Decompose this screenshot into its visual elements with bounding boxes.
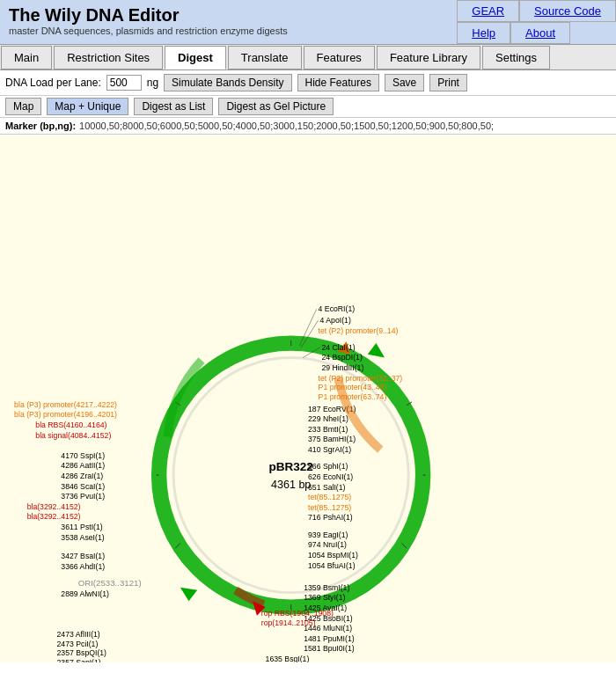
svg-text:410 SgrAI(1): 410 SgrAI(1) xyxy=(308,445,351,454)
svg-text:24 BspDI(1): 24 BspDI(1) xyxy=(321,353,362,362)
svg-text:3846 ScaI(1): 3846 ScaI(1) xyxy=(61,482,105,491)
digest-list-button[interactable]: Digest as List xyxy=(134,98,213,115)
tab-restriction-sites[interactable]: Restriction Sites xyxy=(54,46,163,69)
svg-text:1369 StyI(1): 1369 StyI(1) xyxy=(304,593,345,602)
svg-text:2473 AflIII(1): 2473 AflIII(1) xyxy=(57,630,100,639)
header-links-row1: GEAR Source Code xyxy=(457,0,616,22)
svg-text:24 ClaI(1): 24 ClaI(1) xyxy=(321,343,355,352)
svg-text:939 EagI(1): 939 EagI(1) xyxy=(308,530,348,539)
header-links-row2: Help About xyxy=(457,22,616,44)
svg-text:tet (P2) promoter(9..14): tet (P2) promoter(9..14) xyxy=(319,326,399,335)
source-code-link[interactable]: Source Code xyxy=(519,0,616,22)
svg-text:651 SalI(1): 651 SalI(1) xyxy=(308,483,346,492)
tab-features[interactable]: Features xyxy=(304,46,375,69)
svg-text:233 BmtI(1): 233 BmtI(1) xyxy=(308,425,348,434)
plasmid-diagram: pBR322 4361 bp ORI(2533..3121) 4 EcoRI(1… xyxy=(0,135,616,662)
help-link[interactable]: Help xyxy=(457,22,510,44)
tab-feature-library[interactable]: Feature Library xyxy=(377,46,480,69)
svg-text:bla(3292..4152): bla(3292..4152) xyxy=(27,512,81,521)
toolbar: DNA Load per Lane: ng Simulate Bands Den… xyxy=(0,70,616,96)
svg-text:3538 AseI(1): 3538 AseI(1) xyxy=(61,533,104,542)
svg-text:bla (P3) promoter(4217..4222): bla (P3) promoter(4217..4222) xyxy=(14,400,117,409)
svg-text:1635 BsgI(1): 1635 BsgI(1) xyxy=(266,655,310,662)
svg-text:tet (P2) promoter(32..37): tet (P2) promoter(32..37) xyxy=(319,374,403,383)
svg-text:rop RBS(1904..1908): rop RBS(1904..1908) xyxy=(261,609,334,618)
nav-tabs: Main Restriction Sites Digest Translate … xyxy=(0,44,616,70)
diagram-area: pBR322 4361 bp ORI(2533..3121) 4 EcoRI(1… xyxy=(0,135,616,662)
svg-text:29 HindIII(1): 29 HindIII(1) xyxy=(321,363,363,372)
svg-text:1054 BfuAI(1): 1054 BfuAI(1) xyxy=(308,561,356,570)
svg-text:566 SphI(1): 566 SphI(1) xyxy=(308,462,348,471)
dna-load-label: DNA Load per Lane: xyxy=(5,77,101,89)
svg-text:4170 SspI(1): 4170 SspI(1) xyxy=(61,451,105,460)
svg-text:1054 BspMI(1): 1054 BspMI(1) xyxy=(308,551,358,560)
simulate-bands-button[interactable]: Simulate Bands Density xyxy=(164,74,291,91)
svg-text:229 NheI(1): 229 NheI(1) xyxy=(308,414,348,423)
svg-text:4286 ZraI(1): 4286 ZraI(1) xyxy=(61,472,103,480)
gear-link[interactable]: GEAR xyxy=(457,0,519,22)
save-button[interactable]: Save xyxy=(385,74,424,91)
tab-translate[interactable]: Translate xyxy=(228,46,302,69)
app-title: The Wily DNA Editor xyxy=(9,5,448,26)
svg-text:626 EcoNI(1): 626 EcoNI(1) xyxy=(308,472,353,481)
svg-text:3427 BsaI(1): 3427 BsaI(1) xyxy=(61,552,105,560)
svg-text:P1 promoter(43..48): P1 promoter(43..48) xyxy=(319,383,387,391)
map-unique-button[interactable]: Map + Unique xyxy=(47,98,128,115)
svg-text:1359 BsmI(1): 1359 BsmI(1) xyxy=(304,583,349,592)
plasmid-name: pBR322 xyxy=(268,460,312,473)
dna-load-input[interactable] xyxy=(106,75,142,91)
svg-text:3736 PvuI(1): 3736 PvuI(1) xyxy=(61,492,105,501)
svg-text:4286 AatII(1): 4286 AatII(1) xyxy=(61,461,105,470)
marker-value: 10000,50;8000,50;6000,50;5000,50;4000,50… xyxy=(79,121,494,131)
svg-text:2889 AlwNI(1): 2889 AlwNI(1) xyxy=(61,589,109,598)
svg-text:bla (P3) promoter(4196..4201): bla (P3) promoter(4196..4201) xyxy=(14,410,117,419)
ori-label: ORI(2533..3121) xyxy=(78,578,142,588)
svg-text:bla signal(4084..4152): bla signal(4084..4152) xyxy=(35,431,111,440)
svg-text:1481 PpuMI(1): 1481 PpuMI(1) xyxy=(304,634,355,643)
tab-main[interactable]: Main xyxy=(1,46,52,69)
tab-settings[interactable]: Settings xyxy=(482,46,550,69)
svg-text:tet(85..1275): tet(85..1275) xyxy=(308,503,351,512)
svg-text:2473 PciI(1): 2473 PciI(1) xyxy=(57,640,99,648)
marker-row: Marker (bp,ng): 10000,50;8000,50;6000,50… xyxy=(0,118,616,135)
map-button[interactable]: Map xyxy=(5,98,41,115)
svg-text:2357 BspQI(1): 2357 BspQI(1) xyxy=(57,648,107,657)
dna-load-unit: ng xyxy=(147,77,158,89)
svg-text:974 NruI(1): 974 NruI(1) xyxy=(308,540,347,549)
app-subtitle: master DNA sequences, plasmids and restr… xyxy=(9,26,448,36)
svg-text:tet(85..1275): tet(85..1275) xyxy=(308,493,351,501)
about-link[interactable]: About xyxy=(510,22,570,44)
hide-features-button[interactable]: Hide Features xyxy=(297,74,379,91)
svg-text:3611 PstI(1): 3611 PstI(1) xyxy=(61,523,102,531)
header-links: GEAR Source Code Help About xyxy=(457,0,616,44)
svg-text:bla RBS(4160..4164): bla RBS(4160..4164) xyxy=(35,421,106,429)
header-title: The Wily DNA Editor master DNA sequences… xyxy=(0,0,457,44)
tab-digest[interactable]: Digest xyxy=(165,46,226,69)
svg-text:1581 BpuI0I(1): 1581 BpuI0I(1) xyxy=(304,644,355,653)
plasmid-size: 4361 bp xyxy=(271,479,311,491)
header: The Wily DNA Editor master DNA sequences… xyxy=(0,0,616,44)
svg-text:bla(3292..4152): bla(3292..4152) xyxy=(27,502,81,511)
svg-text:716 PshAI(1): 716 PshAI(1) xyxy=(308,513,353,522)
digest-gel-button[interactable]: Digest as Gel Picture xyxy=(218,98,334,115)
svg-text:2357 SapI(1): 2357 SapI(1) xyxy=(57,658,101,662)
svg-text:375 BamHI(1): 375 BamHI(1) xyxy=(308,435,356,443)
marker-label: Marker (bp,ng): xyxy=(5,121,76,131)
svg-text:4 ApoI(1): 4 ApoI(1) xyxy=(320,316,351,325)
svg-text:3366 AhdI(1): 3366 AhdI(1) xyxy=(61,562,105,571)
svg-text:rop(1914..2105): rop(1914..2105) xyxy=(261,618,316,627)
print-button[interactable]: Print xyxy=(429,74,467,91)
toolbar2: Map Map + Unique Digest as List Digest a… xyxy=(0,96,616,118)
svg-text:P1 promoter(63..74): P1 promoter(63..74) xyxy=(319,392,387,401)
svg-text:4 EcoRI(1): 4 EcoRI(1) xyxy=(319,304,356,313)
